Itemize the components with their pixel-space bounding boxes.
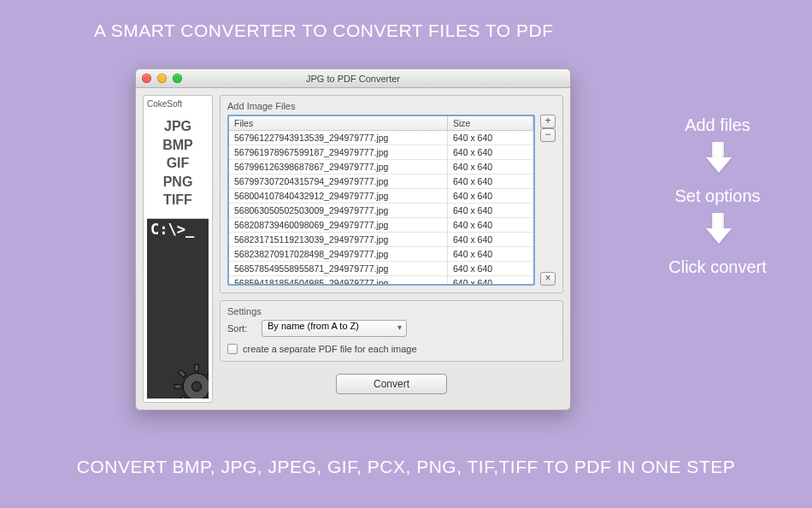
svg-rect-7 [207, 370, 209, 378]
app-window: JPG to PDF Converter CokeSoft JPG BMP GI… [135, 68, 571, 411]
sort-select[interactable]: By name (from A to Z) [262, 320, 407, 337]
svg-rect-9 [207, 396, 209, 399]
format-tiff: TIFF [147, 191, 209, 210]
step-add-files: Add files [656, 115, 780, 135]
files-panel: Add Image Files Files Size 5679612279439… [220, 95, 563, 293]
prompt-icon: C:\>_ [150, 221, 194, 238]
table-row[interactable]: 567961227943913539_294979777.jpg640 x 64… [229, 131, 533, 145]
file-name-cell[interactable]: 568231715119213039_294979777.jpg [229, 233, 448, 246]
table-row[interactable]: 568208739460098069_294979777.jpg640 x 64… [229, 218, 533, 233]
files-panel-label: Add Image Files [227, 101, 556, 111]
file-name-cell[interactable]: 567961227943913539_294979777.jpg [229, 131, 448, 145]
step-set-options: Set options [656, 186, 780, 206]
page-footer-headline: CONVERT BMP, JPG, JPEG, GIF, PCX, PNG, T… [0, 457, 812, 477]
separate-pdf-checkbox[interactable] [227, 344, 238, 354]
sidebar-formats: JPG BMP GIF PNG TIFF [147, 112, 209, 218]
arrow-icon [706, 142, 730, 174]
format-gif: GIF [147, 154, 209, 173]
file-name-cell[interactable]: 568208739460098069_294979777.jpg [229, 218, 448, 232]
table-row[interactable]: 568238270917028498_294979777.jpg640 x 64… [229, 247, 533, 262]
clear-files-button[interactable]: × [540, 272, 556, 286]
settings-panel-label: Settings [227, 306, 556, 316]
file-size-cell: 640 x 640 [448, 131, 533, 145]
file-size-cell: 640 x 640 [448, 189, 533, 203]
file-size-cell: 640 x 640 [448, 233, 533, 246]
sidebar-brand: CokeSoft [147, 99, 209, 109]
arrow-icon [706, 213, 730, 245]
file-list-header: Files Size [229, 116, 533, 131]
sidebar-graphic: C:\>_ [147, 218, 209, 399]
separate-pdf-label: create a separate PDF file for each imag… [243, 344, 417, 354]
file-size-cell: 640 x 640 [448, 218, 533, 232]
table-row[interactable]: 568063050502503009_294979777.jpg640 x 64… [229, 204, 533, 218]
step-click-convert: Click convert [656, 257, 780, 277]
col-size[interactable]: Size [448, 116, 533, 130]
convert-button[interactable]: Convert [336, 374, 447, 394]
page-headline: A SMART CONVERTER TO CONVERT FILES TO PD… [94, 21, 553, 41]
svg-rect-4 [174, 385, 181, 388]
file-size-cell: 640 x 640 [448, 204, 533, 217]
table-row[interactable]: 567996126398687867_294979777.jpg640 x 64… [229, 160, 533, 174]
settings-panel: Settings Sort: By name (from A to Z) cre… [220, 300, 563, 362]
table-row[interactable]: 567961978967599187_294979777.jpg640 x 64… [229, 145, 533, 160]
svg-rect-2 [195, 364, 198, 371]
file-size-cell: 640 x 640 [448, 174, 533, 188]
svg-rect-6 [179, 370, 186, 378]
file-name-cell[interactable]: 568578549558955871_294979777.jpg [229, 262, 448, 275]
file-size-cell: 640 x 640 [448, 276, 533, 286]
sort-label: Sort: [227, 323, 255, 334]
add-file-button[interactable]: + [540, 115, 556, 128]
file-list[interactable]: Files Size 567961227943913539_294979777.… [227, 115, 535, 286]
col-files[interactable]: Files [229, 116, 448, 130]
format-bmp: BMP [147, 136, 209, 155]
titlebar[interactable]: JPG to PDF Converter [136, 69, 570, 88]
file-name-cell[interactable]: 567961978967599187_294979777.jpg [229, 145, 448, 159]
sidebar: CokeSoft JPG BMP GIF PNG TIFF C:\>_ [143, 95, 213, 403]
table-row[interactable]: 567997307204315794_294979777.jpg640 x 64… [229, 174, 533, 189]
file-name-cell[interactable]: 568594181854504985_294979777.jpg [229, 276, 448, 286]
svg-rect-8 [179, 396, 186, 399]
file-name-cell[interactable]: 567997307204315794_294979777.jpg [229, 174, 448, 188]
table-row[interactable]: 568004107840432912_294979777.jpg640 x 64… [229, 189, 533, 204]
file-name-cell[interactable]: 568238270917028498_294979777.jpg [229, 247, 448, 261]
table-row[interactable]: 568578549558955871_294979777.jpg640 x 64… [229, 262, 533, 276]
gear-icon [173, 363, 209, 399]
window-title: JPG to PDF Converter [136, 74, 570, 84]
file-size-cell: 640 x 640 [448, 145, 533, 159]
table-row[interactable]: 568231715119213039_294979777.jpg640 x 64… [229, 233, 533, 247]
svg-point-1 [191, 381, 201, 391]
remove-file-button[interactable]: − [540, 128, 556, 142]
file-name-cell[interactable]: 567996126398687867_294979777.jpg [229, 160, 448, 174]
format-jpg: JPG [147, 117, 209, 136]
table-row[interactable]: 568594181854504985_294979777.jpg640 x 64… [229, 276, 533, 286]
file-name-cell[interactable]: 568004107840432912_294979777.jpg [229, 189, 448, 203]
file-name-cell[interactable]: 568063050502503009_294979777.jpg [229, 204, 448, 217]
file-size-cell: 640 x 640 [448, 262, 533, 275]
format-png: PNG [147, 173, 209, 192]
file-size-cell: 640 x 640 [448, 160, 533, 174]
file-size-cell: 640 x 640 [448, 247, 533, 261]
steps-list: Add files Set options Click convert [656, 115, 780, 284]
